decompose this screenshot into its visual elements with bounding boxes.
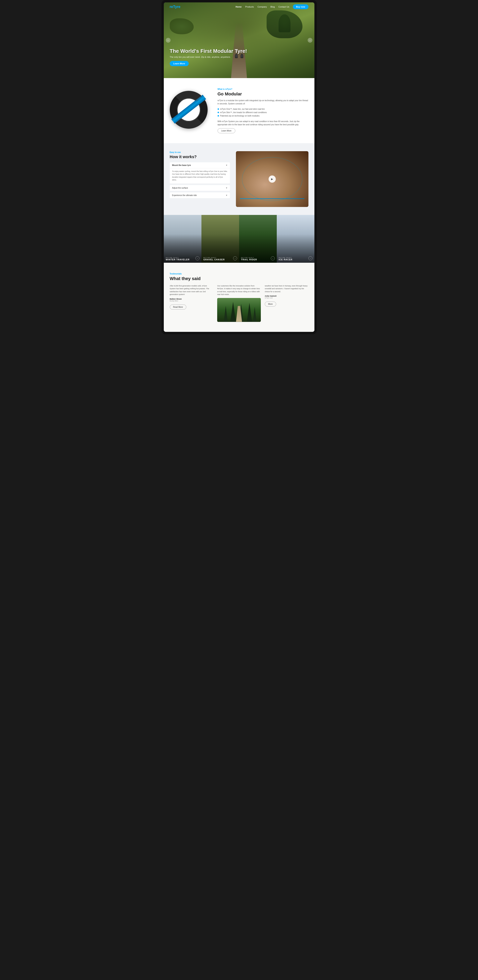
testimonial-text-2: Our customers like the innovative soluti… — [217, 285, 261, 296]
nav-contact[interactable]: Contact Us — [278, 6, 289, 8]
card-arrow-gravel[interactable]: → — [233, 256, 237, 260]
nav-home[interactable]: Home — [236, 6, 242, 8]
card-sub-ice: reTyre Skin™ — [279, 257, 312, 258]
testimonial-role-1: Buddy Biker — [170, 300, 214, 302]
bullet-3: Patented zip-on technology on both modul… — [218, 114, 308, 118]
bullet-dot-2 — [218, 112, 219, 113]
how-it-works-video: ▶ — [236, 151, 308, 207]
testimonial-text-1: After 8,000 first generation models sold… — [170, 285, 214, 296]
tire-tread — [170, 91, 208, 129]
testimonial-author-3: Anita Vaatveit — [265, 295, 308, 297]
chevron-3: ▼ — [226, 194, 228, 196]
accordion-step-1: Mount the base tyre ▼ To enjoy easier cy… — [170, 162, 230, 183]
products-section: reTyre Skin™ WINTER TRAVELER → reTyre Sk… — [164, 215, 314, 263]
accordion-header-3[interactable]: Experience the ultimate ride ▼ — [170, 192, 230, 198]
accordion-step-2: Adjust the surface ▼ — [170, 185, 230, 191]
product-card-winter[interactable]: reTyre Skin™ WINTER TRAVELER → — [164, 215, 201, 263]
how-tag: Easy to use — [170, 151, 230, 153]
hero-learn-more-button[interactable]: Learn More — [170, 61, 189, 66]
nav-logo: reTyre — [170, 5, 180, 9]
chevron-2: ▼ — [226, 187, 228, 189]
hero-title: The World's First Modular Tyre! — [170, 48, 247, 54]
bullet-2: reTyre Skin™, tire treads for different … — [218, 111, 308, 114]
card-arrow-ice[interactable]: → — [308, 256, 312, 260]
chevron-1: ▼ — [226, 164, 228, 166]
go-modular-title: Go Modular — [218, 91, 308, 97]
navbar: reTyre Home Products Company Blog Contac… — [164, 2, 314, 11]
go-modular-section: What is reTyre? Go Modular reTyre is a m… — [164, 78, 314, 143]
product-card-ice[interactable]: reTyre Skin™ ICE RACER → — [277, 215, 314, 263]
hero-prev-button[interactable]: ‹ — [166, 38, 170, 43]
trail-image — [217, 298, 261, 322]
how-title: How it works? — [170, 154, 230, 159]
testimonial-role-3: reTyre user — [265, 297, 308, 299]
testimonial-text-3: weather we have here in Norway, even thr… — [265, 285, 308, 293]
bullet-dot-3 — [218, 115, 219, 116]
play-button[interactable]: ▶ — [269, 175, 276, 183]
testimonial-col-3: weather we have here in Norway, even thr… — [265, 285, 308, 322]
video-thumbnail: ▶ — [236, 151, 308, 207]
go-modular-desc: reTyre is a modular tire system with int… — [218, 99, 308, 105]
nav-blog[interactable]: Blog — [270, 6, 275, 8]
testimonials-section: Testimonials What they said After 8,000 … — [164, 263, 314, 332]
testimonial-col-2: Our customers like the innovative soluti… — [217, 285, 261, 322]
card-sub-winter: reTyre Skin™ — [166, 257, 199, 258]
accordion-header-2[interactable]: Adjust the surface ▼ — [170, 185, 230, 191]
card-arrow-trail[interactable]: → — [271, 256, 275, 260]
accordion-header-1[interactable]: Mount the base tyre ▼ — [170, 162, 230, 168]
card-name-winter: WINTER TRAVELER — [166, 258, 199, 261]
go-modular-learn-more-button[interactable]: Learn More — [218, 128, 235, 133]
bullet-1: reTyre One™, base tire, our fast and sli… — [218, 107, 308, 111]
hero-content: The World's First Modular Tyre! The only… — [170, 48, 247, 66]
testimonial-col-1: After 8,000 first generation models sold… — [170, 285, 214, 322]
how-it-works-section: Easy to use How it works? Mount the base… — [164, 143, 314, 215]
go-modular-body: With reTyre System you can adapt to any … — [218, 120, 308, 126]
read-more-button[interactable]: Read More — [170, 305, 186, 310]
more-button[interactable]: More — [265, 302, 276, 307]
accordion-step-3: Experience the ultimate ride ▼ — [170, 192, 230, 198]
testimonial-author-1: Maiken Skram — [170, 298, 214, 300]
testimonials-tag: Testimonials — [170, 273, 308, 275]
buy-now-button[interactable]: Buy now — [293, 5, 308, 9]
tire-illustration — [170, 91, 210, 130]
go-modular-tag: What is reTyre? — [218, 88, 308, 90]
card-name-trail: TRAIL RIDER — [241, 258, 275, 261]
bullet-dot-1 — [218, 108, 219, 110]
hero-subtitle: The only tire you will ever need. Zip & … — [170, 56, 247, 58]
card-name-gravel: GRAVEL CHASER — [204, 258, 237, 261]
go-modular-bullets: reTyre One™, base tire, our fast and sli… — [218, 107, 308, 118]
nav-links: Home Products Company Blog Contact Us Bu… — [236, 5, 308, 9]
card-sub-trail: reTyre Skin™ — [241, 257, 275, 258]
nav-products[interactable]: Products — [245, 6, 254, 8]
product-card-gravel[interactable]: reTyre Skin™ GRAVEL CHASER → — [201, 215, 239, 263]
nav-company[interactable]: Company — [257, 6, 267, 8]
product-card-trail[interactable]: reTyre Skin™ TRAIL RIDER → — [239, 215, 277, 263]
go-modular-content: What is reTyre? Go Modular reTyre is a m… — [218, 88, 308, 133]
card-sub-gravel: reTyre Skin™ — [204, 257, 237, 258]
testimonials-grid: After 8,000 first generation models sold… — [170, 285, 308, 322]
hero-next-button[interactable]: › — [308, 38, 312, 43]
card-arrow-winter[interactable]: → — [196, 256, 199, 260]
how-it-works-left: Easy to use How it works? Mount the base… — [170, 151, 230, 200]
accordion-content-1: To enjoy easier cycling, mount the fast-… — [170, 168, 230, 183]
testimonials-title: What they said — [170, 276, 308, 281]
card-name-ice: ICE RACER — [279, 258, 312, 261]
